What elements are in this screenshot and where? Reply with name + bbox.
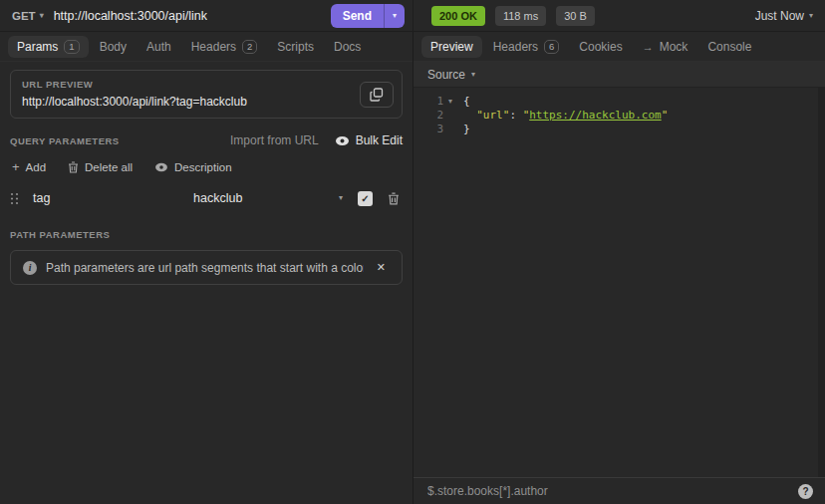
- headers-count-badge: 2: [242, 40, 257, 54]
- query-params-header: QUERY PARAMETERS Import from URL Bulk Ed…: [10, 133, 403, 147]
- eye-icon: [335, 135, 350, 146]
- url-preview-box: URL PREVIEW http://localhost:3000/api/li…: [10, 70, 403, 119]
- chevron-down-icon: ▾: [40, 12, 44, 20]
- code-line: 1 ▾ {: [413, 95, 825, 109]
- copy-url-button[interactable]: [360, 82, 394, 108]
- request-url-bar: GET ▾ http://localhost:3000/api/link Sen…: [0, 0, 412, 31]
- query-params-label: QUERY PARAMETERS: [10, 135, 120, 146]
- json-close-brace: }: [463, 123, 470, 135]
- tab-response-headers-label: Headers: [493, 40, 538, 54]
- top-bar: GET ▾ http://localhost:3000/api/link Sen…: [0, 0, 825, 32]
- delete-param-button[interactable]: [388, 192, 400, 205]
- param-name-input[interactable]: tag: [33, 191, 193, 205]
- delete-all-button[interactable]: Delete all: [68, 161, 133, 173]
- chevron-down-icon: ▾: [471, 71, 475, 79]
- delete-all-label: Delete all: [85, 161, 133, 173]
- history-label: Just Now: [755, 9, 804, 23]
- param-enabled-checkbox[interactable]: ✓: [358, 191, 373, 206]
- status-badge: 200 OK: [431, 6, 485, 26]
- tab-scripts[interactable]: Scripts: [268, 36, 323, 58]
- response-tabs: Preview Headers 6 Cookies → Mock Console: [413, 32, 825, 62]
- description-label: Description: [174, 161, 232, 173]
- json-colon: :: [509, 109, 522, 122]
- query-params-actions: + Add Delete all Descri: [10, 160, 403, 173]
- eye-icon: [154, 162, 168, 172]
- chevron-down-icon: ▾: [809, 12, 813, 20]
- copy-icon: [370, 88, 384, 102]
- json-open-brace: {: [463, 95, 470, 108]
- info-icon: i: [23, 261, 37, 275]
- tab-body[interactable]: Body: [91, 36, 136, 58]
- tab-headers[interactable]: Headers 2: [182, 36, 267, 58]
- param-row-tag: tag hackclub ▾ ✓: [10, 184, 403, 212]
- history-dropdown[interactable]: Just Now ▾: [755, 9, 813, 23]
- tab-params-label: Params: [17, 40, 58, 54]
- trash-icon: [68, 161, 79, 173]
- tab-console[interactable]: Console: [698, 36, 760, 58]
- path-params-info-text: Path parameters are url path segments th…: [46, 261, 364, 275]
- tab-docs[interactable]: Docs: [325, 36, 370, 58]
- param-value-input[interactable]: hackclub: [193, 191, 339, 205]
- response-body-editor[interactable]: 1 ▾ { 2 "url": "https://hackclub.com" 3: [413, 88, 825, 477]
- add-param-button[interactable]: + Add: [12, 160, 46, 173]
- params-count-badge: 1: [64, 40, 79, 54]
- send-options-button[interactable]: ▾: [384, 4, 405, 28]
- response-filter-bar: ?: [413, 477, 825, 504]
- filter-help-icon[interactable]: ?: [798, 484, 813, 499]
- arrow-right-icon: →: [643, 41, 654, 53]
- tab-preview[interactable]: Preview: [421, 36, 482, 58]
- response-meta-bar: 200 OK 118 ms 30 B Just Now ▾: [412, 0, 825, 31]
- param-options-chevron[interactable]: ▾: [339, 194, 343, 202]
- bulk-edit-toggle[interactable]: Bulk Edit: [335, 133, 403, 147]
- send-label[interactable]: Send: [331, 4, 384, 28]
- bulk-edit-label: Bulk Edit: [356, 133, 403, 147]
- drag-handle-icon[interactable]: [10, 192, 24, 205]
- chevron-down-icon: ▾: [393, 12, 397, 20]
- add-label: Add: [26, 161, 46, 173]
- import-from-url-button[interactable]: Import from URL: [230, 133, 319, 147]
- view-mode-label: Source: [427, 68, 465, 82]
- path-params-label: PATH PARAMETERS: [10, 229, 403, 240]
- response-url-link[interactable]: https://hackclub.com: [529, 109, 661, 122]
- view-mode-dropdown[interactable]: Source ▾: [413, 62, 825, 88]
- vertical-scrollbar[interactable]: [818, 88, 825, 477]
- tab-cookies[interactable]: Cookies: [570, 36, 631, 58]
- tab-headers-label: Headers: [191, 40, 236, 54]
- path-params-info-banner: i Path parameters are url path segments …: [10, 250, 403, 285]
- line-number: 3: [415, 123, 443, 136]
- url-preview-label: URL PREVIEW: [22, 79, 358, 90]
- code-line: 2 "url": "https://hackclub.com": [413, 109, 825, 123]
- plus-icon: +: [12, 160, 20, 173]
- line-number: 1: [415, 95, 443, 109]
- dismiss-info-button[interactable]: ✕: [373, 259, 390, 276]
- url-input[interactable]: http://localhost:3000/api/link: [54, 9, 207, 23]
- duration-badge: 118 ms: [495, 6, 546, 26]
- json-quote: ": [662, 109, 669, 122]
- tab-mock[interactable]: → Mock: [634, 36, 697, 58]
- tab-response-headers[interactable]: Headers 6: [484, 36, 569, 58]
- code-line: 3 }: [413, 123, 825, 136]
- size-badge: 30 B: [556, 6, 595, 26]
- fold-chevron-icon[interactable]: ▾: [443, 95, 457, 109]
- method-label: GET: [12, 10, 36, 22]
- app-window: GET ▾ http://localhost:3000/api/link Sen…: [0, 0, 825, 504]
- tab-params[interactable]: Params 1: [8, 36, 89, 58]
- request-panel: Params 1 Body Auth Headers 2 Scripts Doc…: [0, 32, 412, 504]
- line-number: 2: [415, 109, 443, 123]
- tab-auth[interactable]: Auth: [138, 36, 180, 58]
- tab-mock-label: Mock: [660, 40, 688, 54]
- url-preview-value: http://localhost:3000/api/link?tag=hackc…: [22, 95, 358, 109]
- response-headers-count-badge: 6: [544, 40, 559, 54]
- check-icon: ✓: [361, 193, 369, 204]
- response-panel: Preview Headers 6 Cookies → Mock Console…: [412, 32, 825, 504]
- request-tabs: Params 1 Body Auth Headers 2 Scripts Doc…: [0, 32, 412, 62]
- method-select[interactable]: GET ▾: [12, 10, 44, 22]
- send-button[interactable]: Send ▾: [331, 4, 405, 28]
- params-content: URL PREVIEW http://localhost:3000/api/li…: [0, 62, 412, 504]
- description-toggle[interactable]: Description: [154, 161, 232, 173]
- json-key: "url": [476, 109, 509, 122]
- jsonpath-filter-input[interactable]: [427, 484, 790, 498]
